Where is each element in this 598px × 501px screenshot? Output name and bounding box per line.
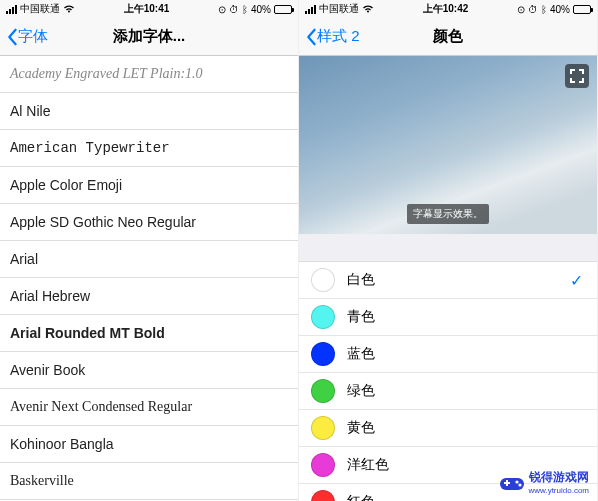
- signal-icon: [6, 5, 17, 14]
- status-bar: 中国联通 上午10:42 ⊙ ⏱ ᛒ 40%: [299, 0, 597, 18]
- clock-icon: ⏱: [528, 4, 538, 15]
- clock: 上午10:42: [423, 2, 469, 16]
- font-item[interactable]: Academy Engraved LET Plain:1.0: [0, 56, 298, 93]
- watermark: 锐得游戏网 www.ytruido.com: [499, 469, 589, 495]
- font-item[interactable]: Al Nile: [0, 93, 298, 130]
- color-label: 白色: [347, 271, 375, 289]
- color-item[interactable]: 白色✓: [299, 262, 597, 299]
- back-label: 样式 2: [317, 27, 360, 46]
- nav-bar: 样式 2 颜色: [299, 18, 597, 56]
- watermark-brand: 锐得游戏网: [529, 470, 589, 484]
- chevron-left-icon: [305, 28, 317, 46]
- svg-point-2: [518, 483, 521, 486]
- wifi-icon: [362, 4, 374, 15]
- font-item[interactable]: Kohinoor Bangla: [0, 426, 298, 463]
- carrier-label: 中国联通: [20, 2, 60, 16]
- back-button[interactable]: 字体: [6, 27, 48, 46]
- color-list[interactable]: 白色✓青色蓝色绿色黄色洋红色红色: [299, 262, 597, 501]
- expand-icon: [570, 69, 584, 83]
- battery-percent: 40%: [251, 4, 271, 15]
- section-gap: [299, 234, 597, 262]
- color-label: 蓝色: [347, 345, 375, 363]
- color-swatch: [311, 268, 335, 292]
- font-item[interactable]: Avenir Book: [0, 352, 298, 389]
- nav-bar: 字体 添加字体...: [0, 18, 298, 56]
- color-item[interactable]: 青色: [299, 299, 597, 336]
- color-label: 青色: [347, 308, 375, 326]
- color-item[interactable]: 绿色: [299, 373, 597, 410]
- preview-area: 字幕显示效果。: [299, 56, 597, 234]
- subtitle-sample: 字幕显示效果。: [407, 204, 489, 224]
- back-button[interactable]: 样式 2: [305, 27, 360, 46]
- alarm-icon: ⊙: [218, 4, 226, 15]
- back-label: 字体: [18, 27, 48, 46]
- font-item[interactable]: Baskerville: [0, 463, 298, 500]
- clock-icon: ⏱: [229, 4, 239, 15]
- alarm-icon: ⊙: [517, 4, 525, 15]
- svg-rect-4: [506, 480, 508, 486]
- nav-title: 添加字体...: [113, 27, 186, 46]
- font-item[interactable]: Apple Color Emoji: [0, 167, 298, 204]
- clock: 上午10:41: [124, 2, 170, 16]
- watermark-url: www.ytruido.com: [529, 486, 589, 495]
- color-item[interactable]: 黄色: [299, 410, 597, 447]
- color-label: 绿色: [347, 382, 375, 400]
- font-item[interactable]: Apple SD Gothic Neo Regular: [0, 204, 298, 241]
- status-right: ⊙ ⏱ ᛒ 40%: [218, 4, 292, 15]
- color-swatch: [311, 305, 335, 329]
- screen-fonts: 中国联通 上午10:41 ⊙ ⏱ ᛒ 40% 字体 添加字体... Academ…: [0, 0, 299, 501]
- color-swatch: [311, 453, 335, 477]
- status-bar: 中国联通 上午10:41 ⊙ ⏱ ᛒ 40%: [0, 0, 298, 18]
- color-label: 红色: [347, 493, 375, 501]
- battery-icon: [274, 5, 292, 14]
- bluetooth-icon: ᛒ: [242, 4, 248, 15]
- font-item[interactable]: American Typewriter: [0, 130, 298, 167]
- font-item[interactable]: Arial Hebrew: [0, 278, 298, 315]
- nav-title: 颜色: [433, 27, 463, 46]
- svg-point-1: [515, 480, 518, 483]
- status-right: ⊙ ⏱ ᛒ 40%: [517, 4, 591, 15]
- status-left: 中国联通: [6, 2, 75, 16]
- color-swatch: [311, 379, 335, 403]
- bluetooth-icon: ᛒ: [541, 4, 547, 15]
- font-list[interactable]: Academy Engraved LET Plain:1.0Al NileAme…: [0, 56, 298, 501]
- carrier-label: 中国联通: [319, 2, 359, 16]
- battery-icon: [573, 5, 591, 14]
- color-swatch: [311, 342, 335, 366]
- expand-button[interactable]: [565, 64, 589, 88]
- wifi-icon: [63, 4, 75, 15]
- color-swatch: [311, 490, 335, 501]
- color-label: 黄色: [347, 419, 375, 437]
- signal-icon: [305, 5, 316, 14]
- font-item[interactable]: Avenir Next Condensed Regular: [0, 389, 298, 426]
- color-label: 洋红色: [347, 456, 389, 474]
- battery-percent: 40%: [550, 4, 570, 15]
- color-swatch: [311, 416, 335, 440]
- check-icon: ✓: [570, 271, 583, 290]
- color-item[interactable]: 蓝色: [299, 336, 597, 373]
- font-item[interactable]: Arial: [0, 241, 298, 278]
- screen-colors: 中国联通 上午10:42 ⊙ ⏱ ᛒ 40% 样式 2 颜色 字幕显示效果。 白…: [299, 0, 598, 501]
- status-left: 中国联通: [305, 2, 374, 16]
- font-item[interactable]: Arial Rounded MT Bold: [0, 315, 298, 352]
- chevron-left-icon: [6, 28, 18, 46]
- gamepad-icon: [499, 472, 525, 492]
